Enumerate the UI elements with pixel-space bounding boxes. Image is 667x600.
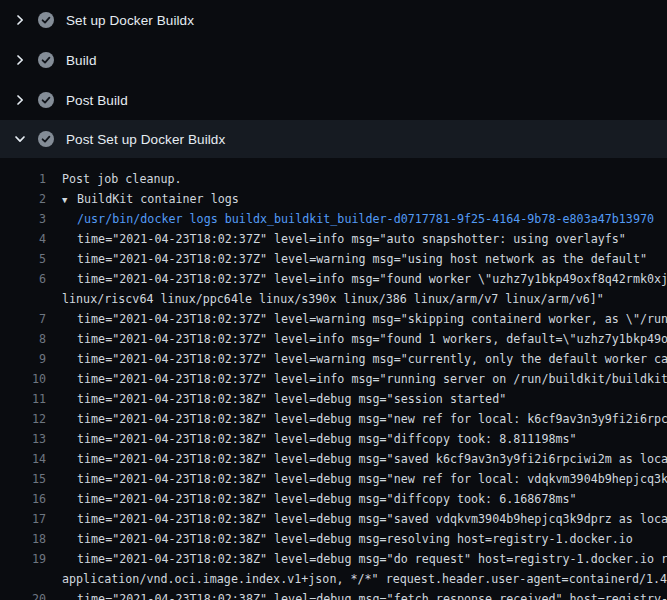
step-label: Post Set up Docker Buildx xyxy=(66,132,225,147)
log-line-number[interactable]: 16 xyxy=(0,489,46,509)
log-line: 18time="2021-04-23T18:02:38Z" level=debu… xyxy=(0,529,667,549)
step-label: Build xyxy=(66,53,97,68)
log-line-text: time="2021-04-23T18:02:37Z" level=info m… xyxy=(62,329,667,349)
log-line-text: Post job cleanup. xyxy=(62,169,182,189)
log-line-text: time="2021-04-23T18:02:37Z" level=info m… xyxy=(62,229,626,249)
log-line-text: time="2021-04-23T18:02:37Z" level=warnin… xyxy=(62,249,647,269)
log-line: 10time="2021-04-23T18:02:37Z" level=info… xyxy=(0,369,667,389)
log-line-text: time="2021-04-23T18:02:38Z" level=debug … xyxy=(62,529,633,549)
step-row-set-up-docker-buildx[interactable]: Set up Docker Buildx xyxy=(0,0,667,40)
log-line-number[interactable]: 10 xyxy=(0,369,46,389)
log-line: 19time="2021-04-23T18:02:38Z" level=debu… xyxy=(0,549,667,569)
log-line-text: time="2021-04-23T18:02:37Z" level=warnin… xyxy=(62,349,667,369)
log-line: 16time="2021-04-23T18:02:38Z" level=debu… xyxy=(0,489,667,509)
log-line-number[interactable]: 15 xyxy=(0,469,46,489)
log-group-header: ▼BuildKit container logs xyxy=(62,189,239,209)
log-line-number xyxy=(0,569,46,589)
log-viewer: 1Post job cleanup.2▼BuildKit container l… xyxy=(0,158,667,600)
log-line: 17time="2021-04-23T18:02:38Z" level=debu… xyxy=(0,509,667,529)
chevron-down-icon xyxy=(12,131,28,147)
log-line-number[interactable]: 18 xyxy=(0,529,46,549)
log-line: 2▼BuildKit container logs xyxy=(0,189,667,209)
log-line: 6time="2021-04-23T18:02:37Z" level=info … xyxy=(0,269,667,289)
log-line-number[interactable]: 7 xyxy=(0,309,46,329)
log-line: 12time="2021-04-23T18:02:38Z" level=debu… xyxy=(0,409,667,429)
log-line-number[interactable]: 9 xyxy=(0,349,46,369)
log-line-number[interactable]: 12 xyxy=(0,409,46,429)
chevron-right-icon xyxy=(12,92,28,108)
log-line: 1Post job cleanup. xyxy=(0,169,667,189)
check-circle-icon xyxy=(38,52,54,68)
log-line-text: time="2021-04-23T18:02:38Z" level=debug … xyxy=(62,389,506,409)
log-group-toggle-icon[interactable]: ▼ xyxy=(62,190,77,210)
log-line-number[interactable]: 2 xyxy=(0,189,46,209)
log-line: 8time="2021-04-23T18:02:37Z" level=info … xyxy=(0,329,667,349)
chevron-right-icon xyxy=(12,12,28,28)
chevron-right-icon xyxy=(12,52,28,68)
log-line-number[interactable]: 19 xyxy=(0,549,46,569)
log-line-number[interactable]: 11 xyxy=(0,389,46,409)
log-line: 5time="2021-04-23T18:02:37Z" level=warni… xyxy=(0,249,667,269)
log-line: 13time="2021-04-23T18:02:38Z" level=debu… xyxy=(0,429,667,449)
log-line-number[interactable]: 5 xyxy=(0,249,46,269)
log-line-text: /usr/bin/docker logs buildx_buildkit_bui… xyxy=(62,209,654,229)
log-line-text: time="2021-04-23T18:02:38Z" level=debug … xyxy=(62,509,667,529)
log-line-text: time="2021-04-23T18:02:38Z" level=debug … xyxy=(62,589,667,600)
log-line: 15time="2021-04-23T18:02:38Z" level=debu… xyxy=(0,469,667,489)
log-line-number[interactable]: 6 xyxy=(0,269,46,289)
log-line: 20time="2021-04-23T18:02:38Z" level=debu… xyxy=(0,589,667,600)
step-row-build[interactable]: Build xyxy=(0,40,667,80)
log-line-text: time="2021-04-23T18:02:37Z" level=warnin… xyxy=(62,309,667,329)
check-circle-icon xyxy=(38,12,54,28)
log-line-continuation: linux/riscv64 linux/ppc64le linux/s390x … xyxy=(0,289,667,309)
log-line: 14time="2021-04-23T18:02:38Z" level=debu… xyxy=(0,449,667,469)
log-line-number[interactable]: 1 xyxy=(0,169,46,189)
steps-list: Set up Docker BuildxBuildPost BuildPost … xyxy=(0,0,667,158)
log-line-number[interactable]: 14 xyxy=(0,449,46,469)
log-line-text: time="2021-04-23T18:02:38Z" level=debug … xyxy=(62,409,667,429)
log-line-number[interactable]: 13 xyxy=(0,429,46,449)
log-line: 9time="2021-04-23T18:02:37Z" level=warni… xyxy=(0,349,667,369)
log-line: 7time="2021-04-23T18:02:37Z" level=warni… xyxy=(0,309,667,329)
check-circle-icon xyxy=(38,131,54,147)
log-line-continuation: application/vnd.oci.image.index.v1+json,… xyxy=(0,569,667,589)
log-line-text: time="2021-04-23T18:02:38Z" level=debug … xyxy=(62,449,667,469)
log-line-number[interactable]: 17 xyxy=(0,509,46,529)
log-line-text: linux/riscv64 linux/ppc64le linux/s390x … xyxy=(62,289,604,309)
log-line-number xyxy=(0,289,46,309)
check-circle-icon xyxy=(38,92,54,108)
log-line-number[interactable]: 4 xyxy=(0,229,46,249)
log-line-text: time="2021-04-23T18:02:38Z" level=debug … xyxy=(62,469,667,489)
log-line-number[interactable]: 3 xyxy=(0,209,46,229)
step-row-post-build[interactable]: Post Build xyxy=(0,80,667,120)
step-label: Set up Docker Buildx xyxy=(66,13,194,28)
log-line-command: 3/usr/bin/docker logs buildx_buildkit_bu… xyxy=(0,209,667,229)
log-line-text: application/vnd.oci.image.index.v1+json,… xyxy=(62,569,667,589)
log-line-text: time="2021-04-23T18:02:38Z" level=debug … xyxy=(62,489,577,509)
log-line-text: time="2021-04-23T18:02:37Z" level=info m… xyxy=(62,269,667,289)
log-group-title[interactable]: BuildKit container logs xyxy=(77,192,239,206)
log-line-number[interactable]: 20 xyxy=(0,589,46,600)
log-line-number[interactable]: 8 xyxy=(0,329,46,349)
log-line: 4time="2021-04-23T18:02:37Z" level=info … xyxy=(0,229,667,249)
log-line-text: time="2021-04-23T18:02:38Z" level=debug … xyxy=(62,429,577,449)
step-label: Post Build xyxy=(66,93,128,108)
log-line: 11time="2021-04-23T18:02:38Z" level=debu… xyxy=(0,389,667,409)
step-row-post-set-up-docker-buildx[interactable]: Post Set up Docker Buildx xyxy=(0,120,667,158)
log-line-text: time="2021-04-23T18:02:38Z" level=debug … xyxy=(62,549,667,569)
log-line-text: time="2021-04-23T18:02:37Z" level=info m… xyxy=(62,369,667,389)
